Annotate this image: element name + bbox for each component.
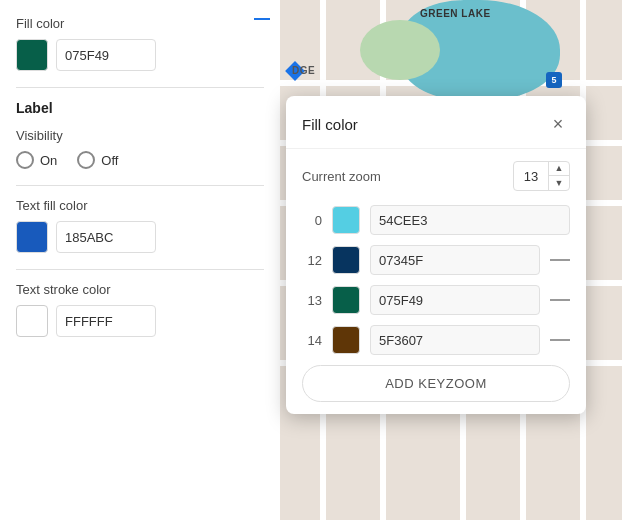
entry-swatch-14[interactable] [332, 326, 360, 354]
fill-color-row [16, 39, 264, 71]
radio-off-circle[interactable] [77, 151, 95, 169]
entry-remove-14[interactable] [550, 339, 570, 341]
zoom-value: 13 [514, 165, 548, 188]
color-entries-list: 0 54CEE3 12 07345F 13 075F49 14 [302, 205, 570, 355]
radio-on-label: On [40, 153, 57, 168]
radio-on-option[interactable]: On [16, 151, 57, 169]
visibility-label: Visibility [16, 128, 264, 143]
fill-color-swatch[interactable] [16, 39, 48, 71]
divider-1 [16, 87, 264, 88]
current-zoom-label: Current zoom [302, 169, 381, 184]
entry-remove-12[interactable] [550, 259, 570, 261]
visibility-radio-group: On Off [16, 151, 264, 169]
entry-remove-13[interactable] [550, 299, 570, 301]
entry-zoom-0: 0 [302, 213, 322, 228]
entry-value-0[interactable]: 54CEE3 [370, 205, 570, 235]
highway-badge: 5 [546, 72, 562, 88]
fill-color-popup: Fill color × Current zoom 13 ▲ ▼ 0 54CEE… [286, 96, 586, 414]
color-entry-13: 13 075F49 [302, 285, 570, 315]
entry-swatch-0[interactable] [332, 206, 360, 234]
label-section-title: Label [16, 100, 264, 116]
entry-zoom-14: 14 [302, 333, 322, 348]
zoom-spinner: 13 ▲ ▼ [513, 161, 570, 191]
popup-header: Fill color × [286, 96, 586, 149]
text-stroke-color-label: Text stroke color [16, 282, 264, 297]
dge-map-label: DGE [292, 65, 315, 76]
zoom-row: Current zoom 13 ▲ ▼ [302, 161, 570, 191]
entry-zoom-13: 13 [302, 293, 322, 308]
park-area [360, 20, 440, 80]
entry-value-12[interactable]: 07345F [370, 245, 540, 275]
entry-swatch-12[interactable] [332, 246, 360, 274]
text-stroke-color-row [16, 305, 264, 337]
divider-3 [16, 269, 264, 270]
text-fill-color-swatch[interactable] [16, 221, 48, 253]
entry-value-13[interactable]: 075F49 [370, 285, 540, 315]
zoom-down-arrow[interactable]: ▼ [549, 176, 569, 190]
green-lake-map-label: GREEN LAKE [420, 8, 491, 19]
text-fill-color-input[interactable] [56, 221, 156, 253]
text-fill-color-row [16, 221, 264, 253]
popup-body: Current zoom 13 ▲ ▼ 0 54CEE3 12 07345F [286, 149, 586, 414]
popup-title: Fill color [302, 116, 358, 133]
divider-2 [16, 185, 264, 186]
text-stroke-color-swatch[interactable] [16, 305, 48, 337]
radio-off-label: Off [101, 153, 118, 168]
entry-value-14[interactable]: 5F3607 [370, 325, 540, 355]
zoom-up-arrow[interactable]: ▲ [549, 162, 569, 176]
radio-off-option[interactable]: Off [77, 151, 118, 169]
radio-on-circle[interactable] [16, 151, 34, 169]
text-stroke-color-input[interactable] [56, 305, 156, 337]
fill-color-label: Fill color [16, 16, 264, 31]
add-keyzoom-button[interactable]: ADD KEYZOOM [302, 365, 570, 402]
color-entry-0: 0 54CEE3 [302, 205, 570, 235]
zoom-arrows: ▲ ▼ [548, 162, 569, 190]
close-button[interactable]: × [546, 112, 570, 136]
fill-color-input[interactable] [56, 39, 156, 71]
color-entry-14: 14 5F3607 [302, 325, 570, 355]
color-entry-12: 12 07345F [302, 245, 570, 275]
entry-swatch-13[interactable] [332, 286, 360, 314]
left-panel: Fill color Label Visibility On Off Text … [0, 0, 280, 520]
entry-zoom-12: 12 [302, 253, 322, 268]
text-fill-color-label: Text fill color [16, 198, 264, 213]
collapse-icon[interactable] [254, 18, 270, 20]
